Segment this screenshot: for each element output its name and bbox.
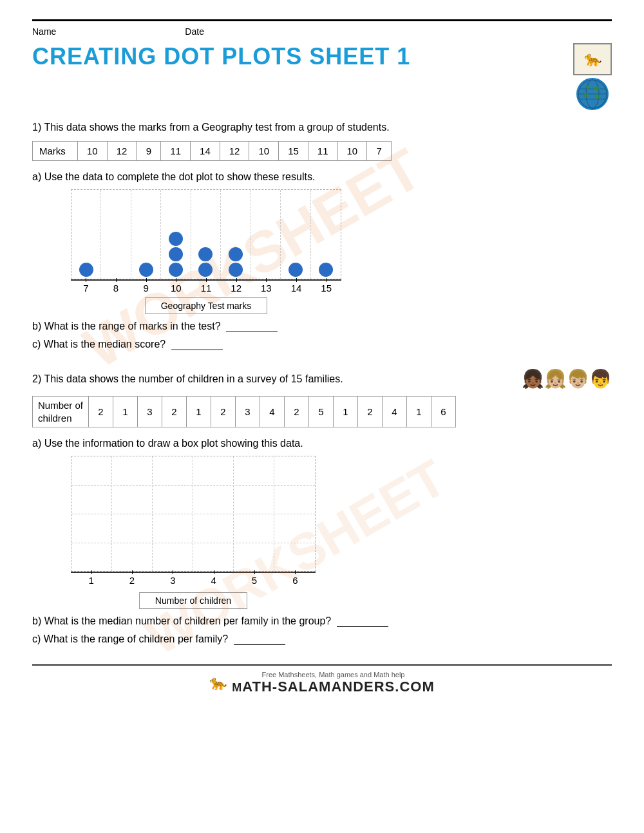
mark-8: 15 xyxy=(279,142,308,161)
q2-sub-b: b) What is the median number of children… xyxy=(32,615,612,627)
name-date-row: Name Date xyxy=(32,26,204,37)
grid-line-1 xyxy=(71,485,315,486)
mark-11: 7 xyxy=(367,142,392,161)
boxplot-grid xyxy=(71,456,316,572)
mark-10: 10 xyxy=(337,142,367,161)
child-10: 5 xyxy=(309,397,334,427)
axis-label-7: 7 xyxy=(71,281,101,294)
logo-area: 🐆 xyxy=(573,43,612,110)
mark-9: 11 xyxy=(308,142,337,161)
dotplot-area: 7 8 9 10 11 12 13 14 15 Geography Test m… xyxy=(71,189,612,314)
footer-text-block: Free Mathsheets, Math games and Math hel… xyxy=(232,671,434,695)
mark-7: 10 xyxy=(249,142,279,161)
dot xyxy=(198,247,213,261)
dot xyxy=(229,247,243,261)
axis-label-9: 9 xyxy=(131,281,161,294)
bp-axis-4: 4 xyxy=(193,573,234,586)
boxplot-area: 1 2 3 4 5 6 Number of children xyxy=(71,456,612,609)
child-6: 2 xyxy=(211,397,236,427)
axis-label-8: 8 xyxy=(101,281,131,294)
child-2: 1 xyxy=(113,397,138,427)
dotplot-col-15 xyxy=(311,190,341,279)
dot xyxy=(289,263,303,277)
date-label: Date xyxy=(185,26,204,37)
q1-sub-c: c) What is the median score? xyxy=(32,339,612,350)
dotplot-col-14 xyxy=(281,190,310,279)
mark-1: 10 xyxy=(78,142,108,161)
child-9: 2 xyxy=(285,397,309,427)
dot xyxy=(139,263,153,277)
name-label: Name xyxy=(32,26,56,37)
marks-label: Marks xyxy=(33,142,78,161)
median-children-blank[interactable] xyxy=(337,626,388,627)
child-8: 4 xyxy=(260,397,285,427)
dot xyxy=(319,263,333,277)
child-11: 1 xyxy=(334,397,358,427)
page-title: CREATING DOT PLOTS SHEET 1 xyxy=(32,43,410,70)
question2-text: 2) This data shows the number of childre… xyxy=(32,373,343,385)
q1-sub-b: b) What is the range of marks in the tes… xyxy=(32,321,612,332)
mark-6: 12 xyxy=(220,142,249,161)
dot xyxy=(79,263,93,277)
axis-label-10: 10 xyxy=(161,281,191,294)
mark-2: 12 xyxy=(107,142,137,161)
q2-header-row: 2) This data shows the number of childre… xyxy=(32,368,612,389)
footer-tagline: Free Mathsheets, Math games and Math hel… xyxy=(232,671,434,679)
q2-sub-c: c) What is the range of children per fam… xyxy=(32,633,612,645)
axis-label-15: 15 xyxy=(311,281,341,294)
dotplot-col-9 xyxy=(131,190,161,279)
children-label: Number of children xyxy=(33,397,89,427)
family-icons: 👧🏾👧🏼👦🏼👦 xyxy=(522,368,612,389)
child-15: 6 xyxy=(431,397,456,427)
logo-box: 🐆 xyxy=(573,43,612,75)
range-children-blank[interactable] xyxy=(234,644,285,645)
child-4: 2 xyxy=(162,397,187,427)
dot xyxy=(169,263,183,277)
dotplot-col-11 xyxy=(191,190,221,279)
dotplot-col-12 xyxy=(221,190,251,279)
bp-axis-5: 5 xyxy=(234,573,274,586)
boxplot-axis: 1 2 3 4 5 6 xyxy=(71,573,316,586)
child-1: 2 xyxy=(89,397,113,427)
dotplot-col-13 xyxy=(251,190,281,279)
title-row: CREATING DOT PLOTS SHEET 1 🐆 xyxy=(32,43,612,110)
dotplot-label: Geography Test marks xyxy=(145,297,268,314)
grid-line-2 xyxy=(71,514,315,514)
q1-sub-a: a) Use the data to complete the dot plot… xyxy=(32,171,612,183)
child-7: 3 xyxy=(236,397,260,427)
child-12: 2 xyxy=(358,397,383,427)
grid-line-3 xyxy=(71,543,315,543)
footer: 🐆 Free Mathsheets, Math games and Math h… xyxy=(32,664,612,695)
marks-table: Marks 10 12 9 11 14 12 10 15 11 10 7 xyxy=(32,141,392,161)
child-3: 3 xyxy=(138,397,162,427)
footer-brand: MATH-SALAMANDERS.COM xyxy=(232,679,434,695)
boxplot-row-lines xyxy=(71,456,315,571)
child-14: 1 xyxy=(407,397,431,427)
axis-label-13: 13 xyxy=(251,281,281,294)
dot xyxy=(169,247,183,261)
child-5: 1 xyxy=(187,397,211,427)
bp-axis-6: 6 xyxy=(275,573,316,586)
question1-text: 1) This data shows the marks from a Geog… xyxy=(32,122,612,133)
range-answer-blank[interactable] xyxy=(226,332,278,332)
q2-sub-a: a) Use the information to draw a box plo… xyxy=(32,438,612,449)
axis-label-14: 14 xyxy=(281,281,312,294)
median-answer-blank[interactable] xyxy=(171,350,223,350)
bp-axis-1: 1 xyxy=(71,573,111,586)
mark-5: 14 xyxy=(191,142,220,161)
dot xyxy=(198,263,213,277)
axis-label-12: 12 xyxy=(221,281,251,294)
mark-3: 9 xyxy=(137,142,161,161)
bp-axis-2: 2 xyxy=(111,573,152,586)
dot xyxy=(169,232,183,246)
globe-icon xyxy=(576,78,609,110)
bp-axis-3: 3 xyxy=(153,573,193,586)
footer-logo: 🐆 Free Mathsheets, Math games and Math h… xyxy=(32,671,612,695)
dotplot-grid xyxy=(71,189,341,279)
dotplot-col-10 xyxy=(161,190,191,279)
dotplot-col-8 xyxy=(101,190,131,279)
footer-icon: 🐆 xyxy=(209,675,227,691)
boxplot-label: Number of children xyxy=(139,592,247,609)
dot xyxy=(229,263,243,277)
children-table: Number of children 2 1 3 2 1 2 3 4 2 5 1… xyxy=(32,396,456,427)
